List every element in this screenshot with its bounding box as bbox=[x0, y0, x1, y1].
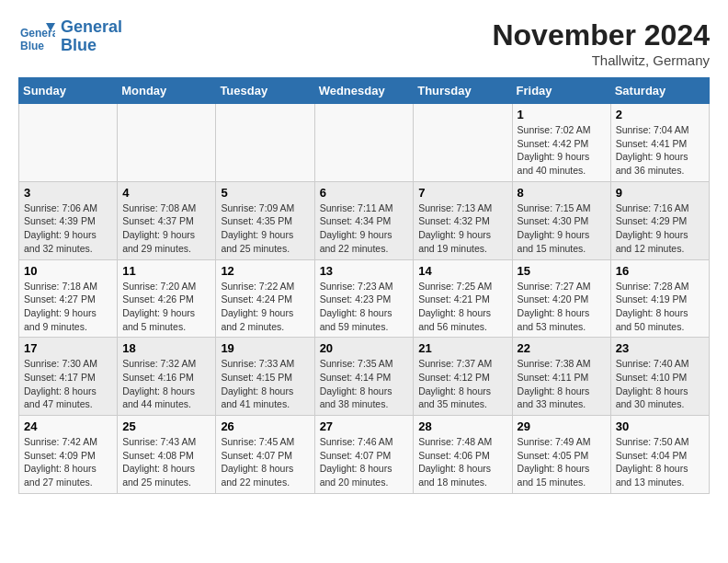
calendar-cell-4-5: 29Sunrise: 7:49 AM Sunset: 4:05 PM Dayli… bbox=[512, 416, 610, 494]
calendar-cell-3-1: 18Sunrise: 7:32 AM Sunset: 4:16 PM Dayli… bbox=[118, 338, 216, 416]
day-number: 19 bbox=[221, 341, 309, 355]
day-info: Sunrise: 7:30 AM Sunset: 4:17 PM Dayligh… bbox=[24, 357, 112, 411]
day-info: Sunrise: 7:15 AM Sunset: 4:30 PM Dayligh… bbox=[518, 201, 606, 256]
calendar-cell-0-2 bbox=[216, 104, 314, 182]
day-info: Sunrise: 7:48 AM Sunset: 4:06 PM Dayligh… bbox=[418, 435, 506, 489]
day-info: Sunrise: 7:18 AM Sunset: 4:27 PM Dayligh… bbox=[24, 280, 112, 334]
day-info: Sunrise: 7:27 AM Sunset: 4:20 PM Dayligh… bbox=[518, 280, 606, 334]
day-info: Sunrise: 7:32 AM Sunset: 4:16 PM Dayligh… bbox=[122, 357, 210, 411]
day-number: 3 bbox=[24, 186, 112, 200]
calendar-cell-0-5: 1Sunrise: 7:02 AM Sunset: 4:42 PM Daylig… bbox=[512, 104, 610, 182]
calendar-cell-0-4 bbox=[414, 104, 512, 182]
day-number: 5 bbox=[221, 186, 309, 200]
calendar-cell-1-1: 4Sunrise: 7:08 AM Sunset: 4:37 PM Daylig… bbox=[118, 181, 216, 259]
day-info: Sunrise: 7:20 AM Sunset: 4:26 PM Dayligh… bbox=[122, 280, 210, 334]
week-row-2: 10Sunrise: 7:18 AM Sunset: 4:27 PM Dayli… bbox=[19, 259, 710, 338]
calendar-cell-1-6: 9Sunrise: 7:16 AM Sunset: 4:29 PM Daylig… bbox=[610, 181, 709, 259]
weekday-header-wednesday: Wednesday bbox=[314, 78, 414, 104]
day-number: 10 bbox=[24, 264, 112, 278]
weekday-header-saturday: Saturday bbox=[610, 78, 709, 104]
day-info: Sunrise: 7:42 AM Sunset: 4:09 PM Dayligh… bbox=[24, 435, 112, 489]
day-number: 4 bbox=[122, 186, 210, 200]
calendar-cell-0-0 bbox=[19, 104, 118, 182]
calendar-cell-3-6: 23Sunrise: 7:40 AM Sunset: 4:10 PM Dayli… bbox=[610, 338, 709, 416]
week-row-0: 1Sunrise: 7:02 AM Sunset: 4:42 PM Daylig… bbox=[19, 104, 710, 182]
calendar-cell-2-4: 14Sunrise: 7:25 AM Sunset: 4:21 PM Dayli… bbox=[414, 259, 512, 338]
day-number: 21 bbox=[418, 341, 506, 355]
calendar-body: 1Sunrise: 7:02 AM Sunset: 4:42 PM Daylig… bbox=[19, 104, 710, 494]
calendar-cell-4-6: 30Sunrise: 7:50 AM Sunset: 4:04 PM Dayli… bbox=[610, 416, 709, 494]
calendar-cell-1-0: 3Sunrise: 7:06 AM Sunset: 4:39 PM Daylig… bbox=[19, 181, 118, 259]
weekday-header-row: SundayMondayTuesdayWednesdayThursdayFrid… bbox=[19, 78, 710, 104]
day-info: Sunrise: 7:16 AM Sunset: 4:29 PM Dayligh… bbox=[616, 201, 704, 256]
calendar-cell-2-5: 15Sunrise: 7:27 AM Sunset: 4:20 PM Dayli… bbox=[512, 259, 610, 338]
calendar-cell-1-3: 6Sunrise: 7:11 AM Sunset: 4:34 PM Daylig… bbox=[314, 181, 414, 259]
week-row-1: 3Sunrise: 7:06 AM Sunset: 4:39 PM Daylig… bbox=[19, 181, 710, 259]
day-number: 12 bbox=[221, 264, 309, 278]
weekday-header-sunday: Sunday bbox=[19, 78, 118, 104]
day-info: Sunrise: 7:45 AM Sunset: 4:07 PM Dayligh… bbox=[221, 435, 309, 489]
calendar-cell-3-4: 21Sunrise: 7:37 AM Sunset: 4:12 PM Dayli… bbox=[414, 338, 512, 416]
calendar-cell-4-0: 24Sunrise: 7:42 AM Sunset: 4:09 PM Dayli… bbox=[19, 416, 118, 494]
calendar-cell-4-2: 26Sunrise: 7:45 AM Sunset: 4:07 PM Dayli… bbox=[216, 416, 314, 494]
day-number: 22 bbox=[518, 341, 606, 355]
day-number: 24 bbox=[24, 419, 112, 433]
calendar-cell-3-2: 19Sunrise: 7:33 AM Sunset: 4:15 PM Dayli… bbox=[216, 338, 314, 416]
day-number: 25 bbox=[122, 419, 210, 433]
day-info: Sunrise: 7:40 AM Sunset: 4:10 PM Dayligh… bbox=[616, 357, 704, 411]
day-info: Sunrise: 7:50 AM Sunset: 4:04 PM Dayligh… bbox=[616, 435, 704, 489]
calendar-cell-3-3: 20Sunrise: 7:35 AM Sunset: 4:14 PM Dayli… bbox=[314, 338, 414, 416]
weekday-header-friday: Friday bbox=[512, 78, 610, 104]
day-number: 27 bbox=[320, 419, 409, 433]
day-info: Sunrise: 7:09 AM Sunset: 4:35 PM Dayligh… bbox=[221, 201, 309, 256]
weekday-header-thursday: Thursday bbox=[414, 78, 512, 104]
week-row-4: 24Sunrise: 7:42 AM Sunset: 4:09 PM Dayli… bbox=[19, 416, 710, 494]
day-number: 2 bbox=[616, 108, 704, 121]
day-info: Sunrise: 7:37 AM Sunset: 4:12 PM Dayligh… bbox=[418, 357, 506, 411]
day-number: 15 bbox=[518, 264, 606, 278]
calendar-cell-1-4: 7Sunrise: 7:13 AM Sunset: 4:32 PM Daylig… bbox=[414, 181, 512, 259]
day-number: 30 bbox=[616, 419, 704, 433]
day-number: 11 bbox=[122, 264, 210, 278]
week-row-3: 17Sunrise: 7:30 AM Sunset: 4:17 PM Dayli… bbox=[19, 338, 710, 416]
weekday-header-tuesday: Tuesday bbox=[216, 78, 314, 104]
calendar-cell-3-5: 22Sunrise: 7:38 AM Sunset: 4:11 PM Dayli… bbox=[512, 338, 610, 416]
month-title: November 2024 bbox=[492, 18, 710, 52]
day-info: Sunrise: 7:06 AM Sunset: 4:39 PM Dayligh… bbox=[24, 201, 112, 256]
logo-text: General Blue bbox=[61, 18, 122, 55]
day-number: 26 bbox=[221, 419, 309, 433]
day-info: Sunrise: 7:22 AM Sunset: 4:24 PM Dayligh… bbox=[221, 280, 309, 334]
calendar-cell-2-2: 12Sunrise: 7:22 AM Sunset: 4:24 PM Dayli… bbox=[216, 259, 314, 338]
logo: General Blue General Blue bbox=[18, 18, 122, 55]
calendar-cell-2-0: 10Sunrise: 7:18 AM Sunset: 4:27 PM Dayli… bbox=[19, 259, 118, 338]
calendar-cell-1-5: 8Sunrise: 7:15 AM Sunset: 4:30 PM Daylig… bbox=[512, 181, 610, 259]
calendar-cell-3-0: 17Sunrise: 7:30 AM Sunset: 4:17 PM Dayli… bbox=[19, 338, 118, 416]
weekday-header-monday: Monday bbox=[118, 78, 216, 104]
calendar-table: SundayMondayTuesdayWednesdayThursdayFrid… bbox=[18, 77, 710, 494]
day-number: 18 bbox=[122, 341, 210, 355]
day-info: Sunrise: 7:46 AM Sunset: 4:07 PM Dayligh… bbox=[320, 435, 409, 489]
calendar-cell-1-2: 5Sunrise: 7:09 AM Sunset: 4:35 PM Daylig… bbox=[216, 181, 314, 259]
day-number: 20 bbox=[320, 341, 409, 355]
day-number: 1 bbox=[518, 108, 606, 121]
calendar-cell-4-4: 28Sunrise: 7:48 AM Sunset: 4:06 PM Dayli… bbox=[414, 416, 512, 494]
day-number: 16 bbox=[616, 264, 704, 278]
day-info: Sunrise: 7:33 AM Sunset: 4:15 PM Dayligh… bbox=[221, 357, 309, 411]
location: Thallwitz, Germany bbox=[492, 52, 710, 68]
day-info: Sunrise: 7:25 AM Sunset: 4:21 PM Dayligh… bbox=[418, 280, 506, 334]
calendar-cell-2-3: 13Sunrise: 7:23 AM Sunset: 4:23 PM Dayli… bbox=[314, 259, 414, 338]
day-info: Sunrise: 7:13 AM Sunset: 4:32 PM Dayligh… bbox=[418, 201, 506, 256]
day-number: 29 bbox=[518, 419, 606, 433]
calendar-cell-2-6: 16Sunrise: 7:28 AM Sunset: 4:19 PM Dayli… bbox=[610, 259, 709, 338]
day-number: 9 bbox=[616, 186, 704, 200]
calendar-cell-4-1: 25Sunrise: 7:43 AM Sunset: 4:08 PM Dayli… bbox=[118, 416, 216, 494]
day-number: 6 bbox=[320, 186, 409, 200]
calendar-cell-0-6: 2Sunrise: 7:04 AM Sunset: 4:41 PM Daylig… bbox=[610, 104, 709, 182]
day-number: 17 bbox=[24, 341, 112, 355]
day-info: Sunrise: 7:49 AM Sunset: 4:05 PM Dayligh… bbox=[518, 435, 606, 489]
day-number: 7 bbox=[418, 186, 506, 200]
day-info: Sunrise: 7:23 AM Sunset: 4:23 PM Dayligh… bbox=[320, 280, 409, 334]
day-number: 13 bbox=[320, 264, 409, 278]
title-area: November 2024 Thallwitz, Germany bbox=[492, 18, 710, 68]
day-number: 28 bbox=[418, 419, 506, 433]
